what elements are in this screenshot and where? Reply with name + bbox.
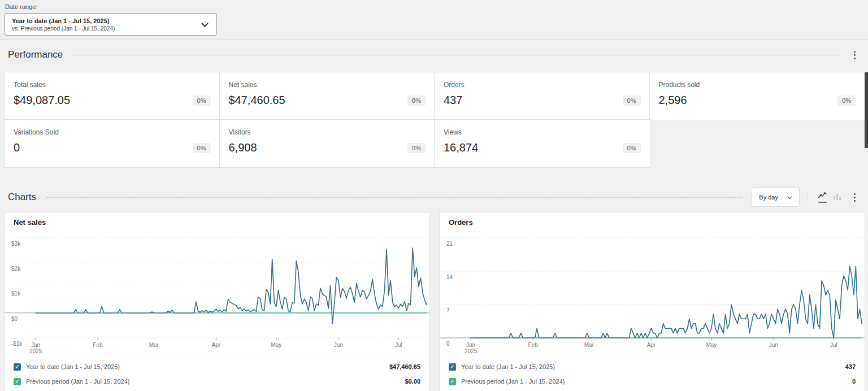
- tile-value: 16,874: [444, 141, 478, 154]
- performance-tiles: Total sales $49,087.05 0% Net sales $47,…: [5, 72, 865, 167]
- legend-checkbox-checked[interactable]: [14, 363, 21, 371]
- tile-views[interactable]: Views 16,874 0%: [435, 120, 650, 167]
- date-range-label: Date range:: [5, 3, 863, 10]
- tile-variations-sold[interactable]: Variations Sold 0 0%: [5, 120, 220, 167]
- chevron-down-icon: [201, 19, 209, 29]
- date-range-select[interactable]: Year to date (Jan 1 - Jul 15, 2025) vs. …: [5, 13, 217, 36]
- svg-text:-$1k: -$1k: [11, 341, 23, 347]
- svg-text:Jan: Jan: [31, 342, 40, 348]
- performance-menu-button[interactable]: [849, 49, 860, 61]
- chart-title: Orders: [440, 212, 865, 232]
- svg-text:Apr: Apr: [647, 342, 656, 348]
- legend-label: Year to date (Jan 1 - Jul 15, 2025): [461, 363, 555, 370]
- legend-item-current[interactable]: Year to date (Jan 1 - Jul 15, 2025) 437: [440, 359, 865, 374]
- orders-legend: Year to date (Jan 1 - Jul 15, 2025) 437 …: [440, 359, 865, 389]
- svg-text:Feb: Feb: [93, 342, 103, 348]
- date-range-secondary: vs. Previous period (Jan 1 - Jul 15, 202…: [12, 25, 115, 32]
- change-badge: 0%: [193, 143, 211, 153]
- change-badge: 0%: [837, 95, 856, 106]
- chart-title: Net sales: [5, 212, 429, 232]
- kebab-icon: [854, 193, 856, 195]
- chevron-down-icon: [787, 194, 792, 201]
- legend-checkbox-checked[interactable]: [449, 378, 456, 385]
- svg-text:2025: 2025: [29, 348, 42, 354]
- tile-value: 0: [14, 141, 20, 154]
- legend-item-previous[interactable]: Previous period (Jan 1 - Jul 15, 2024) $…: [5, 374, 429, 389]
- svg-text:Apr: Apr: [212, 342, 221, 348]
- bar-chart-type-button[interactable]: [830, 190, 844, 205]
- tile-label: Visitors: [229, 128, 426, 136]
- svg-text:Mar: Mar: [149, 342, 159, 348]
- net-sales-legend: Year to date (Jan 1 - Jul 15, 2025) $47,…: [5, 359, 429, 389]
- date-range-bar: Date range: Year to date (Jan 1 - Jul 15…: [0, 0, 868, 40]
- svg-text:$0: $0: [11, 316, 18, 322]
- charts-title: Charts: [8, 192, 36, 203]
- orders-chart[interactable]: 211470Jan2025FebMarAprMayJunJul: [440, 232, 865, 359]
- legend-label: Previous period (Jan 1 - Jul 15, 2024): [461, 378, 565, 385]
- change-badge: 0%: [407, 95, 426, 106]
- tile-label: Net sales: [229, 81, 426, 89]
- legend-item-previous[interactable]: Previous period (Jan 1 - Jul 15, 2024) 0: [440, 374, 865, 389]
- tile-orders[interactable]: Orders 437 0%: [435, 72, 650, 120]
- tile-value: 2,596: [659, 94, 687, 107]
- change-badge: 0%: [407, 143, 426, 153]
- date-range-primary: Year to date (Jan 1 - Jul 15, 2025): [12, 18, 115, 24]
- tile-label: Total sales: [14, 81, 211, 89]
- svg-text:$3k: $3k: [11, 241, 21, 247]
- performance-section-header: Performance: [8, 49, 860, 61]
- svg-text:May: May: [706, 342, 717, 348]
- dotted-divider: [46, 197, 741, 198]
- interval-select-value: By day: [759, 194, 778, 201]
- tile-visitors[interactable]: Visitors 6,908 0%: [220, 120, 435, 167]
- tile-label: Orders: [444, 81, 641, 89]
- legend-checkbox-checked[interactable]: [14, 378, 21, 385]
- tile-label: Products sold: [659, 81, 856, 89]
- orders-chart-card: Orders 211470Jan2025FebMarAprMayJunJul Y…: [440, 212, 865, 391]
- tile-label: Variations Sold: [14, 128, 211, 136]
- charts-section-header: Charts By day: [8, 188, 860, 207]
- svg-text:Jan: Jan: [466, 342, 475, 348]
- change-badge: 0%: [623, 143, 641, 153]
- tile-net-sales[interactable]: Net sales $47,460.65 0%: [220, 72, 435, 120]
- legend-value: $47,460.65: [389, 363, 420, 370]
- kebab-icon: [854, 51, 856, 53]
- svg-text:Mar: Mar: [584, 342, 594, 348]
- tile-empty: [650, 120, 865, 167]
- tile-value: 6,908: [229, 141, 257, 154]
- net-sales-chart-card: Net sales $3k$2k$1k$0-$1kJan2025FebMarAp…: [5, 212, 429, 391]
- legend-checkbox-checked[interactable]: [449, 363, 456, 371]
- tile-label: Views: [444, 128, 641, 136]
- tile-total-sales[interactable]: Total sales $49,087.05 0%: [5, 72, 220, 120]
- legend-item-current[interactable]: Year to date (Jan 1 - Jul 15, 2025) $47,…: [5, 359, 429, 374]
- svg-text:$2k: $2k: [11, 266, 21, 272]
- svg-text:14: 14: [446, 274, 453, 280]
- vertical-scrollbar-thumb[interactable]: [865, 72, 868, 148]
- svg-text:Jun: Jun: [334, 342, 343, 348]
- bar-chart-icon: [833, 193, 841, 202]
- tile-value: 437: [444, 94, 462, 107]
- tile-products-sold[interactable]: Products sold 2,596 0%: [650, 72, 865, 120]
- divider: [808, 191, 808, 203]
- legend-value: $0.00: [405, 378, 420, 385]
- legend-label: Previous period (Jan 1 - Jul 15, 2024): [26, 378, 129, 385]
- performance-title: Performance: [8, 49, 63, 60]
- svg-text:7: 7: [446, 307, 450, 314]
- svg-text:0: 0: [446, 341, 450, 347]
- change-badge: 0%: [193, 95, 211, 106]
- svg-text:21: 21: [446, 241, 453, 247]
- interval-select[interactable]: By day: [752, 188, 800, 207]
- legend-label: Year to date (Jan 1 - Jul 15, 2025): [26, 363, 120, 370]
- svg-text:Jun: Jun: [769, 342, 778, 348]
- svg-text:2025: 2025: [465, 348, 478, 354]
- charts-menu-button[interactable]: [849, 191, 860, 203]
- tile-value: $47,460.65: [229, 94, 285, 107]
- svg-text:Jul: Jul: [395, 342, 402, 348]
- line-chart-type-button[interactable]: [815, 190, 830, 205]
- svg-text:$1k: $1k: [11, 291, 21, 297]
- svg-text:Jul: Jul: [830, 342, 837, 348]
- svg-text:May: May: [271, 342, 281, 348]
- svg-text:Feb: Feb: [528, 342, 538, 348]
- change-badge: 0%: [623, 95, 641, 106]
- net-sales-chart[interactable]: $3k$2k$1k$0-$1kJan2025FebMarAprMayJunJul: [5, 232, 429, 359]
- dotted-divider: [73, 55, 839, 55]
